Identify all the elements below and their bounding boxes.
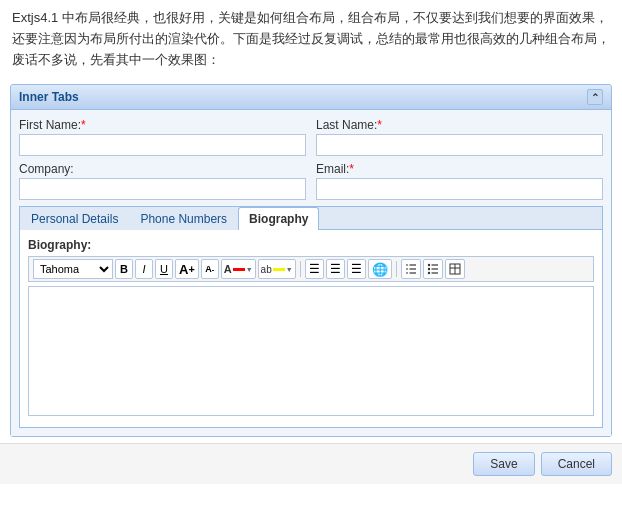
company-input[interactable] bbox=[19, 178, 306, 200]
bold-button[interactable]: B bbox=[115, 259, 133, 279]
font-size-decrease-button[interactable]: A- bbox=[201, 259, 219, 279]
panel-title: Inner Tabs bbox=[19, 90, 79, 104]
first-name-field: First Name:* bbox=[19, 118, 306, 156]
company-email-row: Company: Email:* bbox=[19, 162, 603, 200]
highlight-icon: ab bbox=[261, 264, 272, 275]
first-name-input[interactable] bbox=[19, 134, 306, 156]
font-color-indicator bbox=[233, 268, 245, 271]
highlight-color-button[interactable]: ab ▼ bbox=[258, 259, 296, 279]
font-size-increase-button[interactable]: A+ bbox=[175, 259, 199, 279]
tab-phone-numbers[interactable]: Phone Numbers bbox=[129, 207, 238, 230]
inner-tabs-container: Personal Details Phone Numbers Biography… bbox=[19, 206, 603, 428]
first-name-label: First Name:* bbox=[19, 118, 306, 132]
ordered-list-icon bbox=[405, 263, 417, 275]
panel-body: First Name:* Last Name:* Company: Email:… bbox=[11, 110, 611, 436]
ordered-list-button[interactable] bbox=[401, 259, 421, 279]
save-button[interactable]: Save bbox=[473, 452, 534, 476]
panel-header: Inner Tabs ⌃ bbox=[11, 85, 611, 110]
unordered-list-button[interactable] bbox=[423, 259, 443, 279]
collapse-button[interactable]: ⌃ bbox=[587, 89, 603, 105]
align-right-button[interactable]: ☰ bbox=[347, 259, 366, 279]
table-button[interactable] bbox=[445, 259, 465, 279]
biography-tab-content: Biography: Tahoma Arial Times New Roman … bbox=[20, 230, 602, 427]
name-row: First Name:* Last Name:* bbox=[19, 118, 603, 156]
email-input[interactable] bbox=[316, 178, 603, 200]
company-label: Company: bbox=[19, 162, 306, 176]
biography-section-label: Biography: bbox=[28, 238, 594, 252]
email-label: Email:* bbox=[316, 162, 603, 176]
toolbar-separator-1 bbox=[300, 261, 301, 277]
font-color-button[interactable]: A ▼ bbox=[221, 259, 256, 279]
italic-button[interactable]: I bbox=[135, 259, 153, 279]
highlight-dropdown-arrow: ▼ bbox=[286, 266, 293, 273]
table-icon bbox=[449, 263, 461, 275]
inner-tabs-panel: Inner Tabs ⌃ First Name:* Last Name:* bbox=[10, 84, 612, 437]
last-name-label: Last Name:* bbox=[316, 118, 603, 132]
collapse-icon: ⌃ bbox=[591, 92, 599, 103]
tab-personal-details[interactable]: Personal Details bbox=[20, 207, 129, 230]
last-name-input[interactable] bbox=[316, 134, 603, 156]
intro-text: Extjs4.1 中布局很经典，也很好用，关键是如何组合布局，组合布局，不仅要达… bbox=[0, 0, 622, 78]
svg-point-10 bbox=[427, 272, 429, 274]
toolbar-separator-2 bbox=[396, 261, 397, 277]
highlight-color-indicator bbox=[273, 268, 285, 271]
tab-bar: Personal Details Phone Numbers Biography bbox=[20, 207, 602, 230]
last-name-required: * bbox=[377, 118, 382, 132]
footer: Save Cancel bbox=[0, 443, 622, 484]
align-left-button[interactable]: ☰ bbox=[305, 259, 324, 279]
last-name-field: Last Name:* bbox=[316, 118, 603, 156]
underline-button[interactable]: U bbox=[155, 259, 173, 279]
font-select[interactable]: Tahoma Arial Times New Roman Verdana bbox=[33, 259, 113, 279]
link-button[interactable]: 🌐 bbox=[368, 259, 392, 279]
font-color-dropdown-arrow: ▼ bbox=[246, 266, 253, 273]
unordered-list-icon bbox=[427, 263, 439, 275]
svg-point-6 bbox=[427, 264, 429, 266]
editor-toolbar: Tahoma Arial Times New Roman Verdana B I… bbox=[28, 256, 594, 282]
company-field: Company: bbox=[19, 162, 306, 200]
email-field: Email:* bbox=[316, 162, 603, 200]
cancel-button[interactable]: Cancel bbox=[541, 452, 612, 476]
email-required: * bbox=[349, 162, 354, 176]
font-color-icon: A bbox=[224, 263, 232, 275]
svg-point-8 bbox=[427, 268, 429, 270]
first-name-required: * bbox=[81, 118, 86, 132]
tab-biography[interactable]: Biography bbox=[238, 207, 319, 230]
align-center-button[interactable]: ☰ bbox=[326, 259, 345, 279]
biography-editor[interactable] bbox=[28, 286, 594, 416]
